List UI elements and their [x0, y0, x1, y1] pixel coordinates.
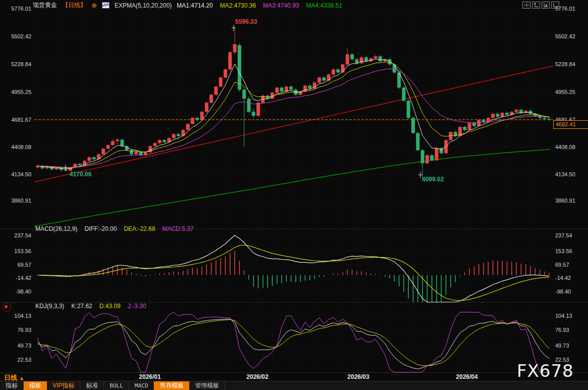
period-selector-label: 日线: [4, 374, 17, 381]
axis-label: 4408.08: [0, 143, 31, 151]
ma2-value: MA2:4730.36: [220, 2, 256, 9]
watermark: FX678: [517, 361, 574, 381]
toolbar-icons: [522, 2, 559, 9]
axis-label: 153.56: [0, 248, 31, 255]
axis-label: -14.42: [555, 274, 586, 281]
tab-template[interactable]: 模板: [24, 381, 47, 390]
x-axis-date: 2026/02: [240, 373, 275, 380]
axis-label: 5228.84: [0, 61, 31, 68]
axis-label: 3860.91: [0, 197, 31, 204]
ma1-value: MA1:4714.20: [177, 2, 212, 9]
ma-values: MA1:4714.20MA2:4730.36MA3:4740.93MA4:433…: [177, 2, 342, 9]
axis-label: 237.54: [555, 232, 586, 239]
axis-label: 4681.67: [0, 116, 31, 123]
axis-label: 76.93: [555, 326, 586, 333]
y-axis-scale-icon[interactable]: [532, 2, 540, 9]
axis-label: 5776.01: [555, 5, 586, 12]
tab-manage-template[interactable]: 管理模板: [189, 381, 225, 390]
macd-macd-value: MACD:5.37: [162, 225, 193, 232]
kdj-d-value: D:43.09: [99, 303, 121, 310]
axis-label: 3860.91: [555, 197, 586, 204]
axis-label: 76.93: [0, 326, 31, 333]
kdj-j-value: J:-3.30: [128, 303, 146, 310]
axis-label: 4134.50: [555, 171, 586, 178]
chevron-up-icon: ▲: [19, 375, 24, 381]
current-price-tag: 4682.41: [553, 120, 588, 129]
axis-label: 5502.42: [555, 33, 586, 40]
axis-label: 49.73: [555, 342, 586, 349]
indicator-chart-icon: [102, 2, 110, 9]
ma3-value: MA3:4740.93: [263, 2, 299, 9]
axis-label: 4134.50: [0, 171, 31, 178]
axis-label: 4955.25: [0, 88, 31, 95]
price-annotation: 4099.02: [422, 176, 444, 183]
link-icon[interactable]: ⊕: [91, 2, 97, 9]
tab-standard[interactable]: 标准: [80, 381, 104, 390]
ma4-value: MA4:4338.51: [306, 2, 342, 9]
tab-indicators[interactable]: 指标: [0, 381, 24, 390]
macd-dea-value: DEA:-22.68: [124, 225, 155, 232]
x-axis-date: 2026/03: [341, 373, 376, 380]
axis-label: 69.57: [0, 261, 31, 268]
symbol-name: 现货黄金: [33, 1, 57, 10]
axis-label: 69.57: [555, 261, 586, 268]
crosshair-icon[interactable]: [522, 2, 530, 9]
tab-bull[interactable]: BULL: [104, 381, 129, 390]
axis-label: 5776.01: [0, 5, 31, 12]
macd-diff-value: DIFF:-20.00: [84, 225, 117, 232]
x-axis-date: 2026/04: [449, 373, 485, 380]
axis-label: 104.13: [0, 312, 31, 319]
tab-save-template[interactable]: 另存模板: [154, 381, 189, 390]
period-tag: 【日线】: [62, 1, 86, 10]
axis-label: 237.54: [0, 232, 31, 239]
axis-label: 5502.42: [0, 33, 31, 40]
axis-label: 49.73: [0, 342, 31, 349]
kdj-header: KDJ(9,3,3) K:27.62 D:43.09 J:-3.30: [35, 303, 146, 310]
axis-label: 5228.84: [555, 61, 586, 68]
macd-header: MACD(26,12,9) DIFF:-20.00 DEA:-22.68 MAC…: [35, 225, 193, 232]
x-axis-date: 2026/01: [132, 373, 168, 380]
chart-header: 现货黄金 【日线】 ⊕ EXPMA(5,10,20,200) MA1:4714.…: [33, 1, 342, 10]
auto-scale-icon[interactable]: [542, 2, 550, 9]
kdj-k-value: K:27.62: [71, 303, 92, 310]
axis-label: 4408.08: [555, 143, 586, 151]
price-annotation: 4170.06: [70, 171, 91, 178]
chart-app: 现货黄金 【日线】 ⊕ EXPMA(5,10,20,200) MA1:4714.…: [0, 0, 588, 390]
target-marker-icon: [2, 303, 11, 312]
macd-label: MACD(26,12,9): [35, 225, 77, 232]
axis-label: 22.53: [0, 356, 31, 363]
tab-vip-indicators[interactable]: VIP指标: [47, 381, 80, 390]
bottom-tab-bar: 指标模板VIP指标标准BULLMACD另存模板管理模板: [0, 381, 588, 390]
kdj-label: KDJ(9,3,3): [35, 303, 64, 310]
axis-label: 104.13: [555, 312, 586, 319]
chart-canvas[interactable]: [0, 0, 588, 390]
tab-macd[interactable]: MACD: [129, 381, 154, 390]
axis-label: -98.40: [0, 288, 31, 295]
axis-label: 153.56: [555, 248, 586, 255]
price-annotation: 5596.33: [235, 18, 257, 25]
axis-label: 4955.25: [555, 88, 586, 95]
axis-label: -98.40: [555, 288, 586, 295]
axis-label: -14.42: [0, 274, 31, 281]
indicator-name: EXPMA(5,10,20,200): [115, 2, 172, 9]
